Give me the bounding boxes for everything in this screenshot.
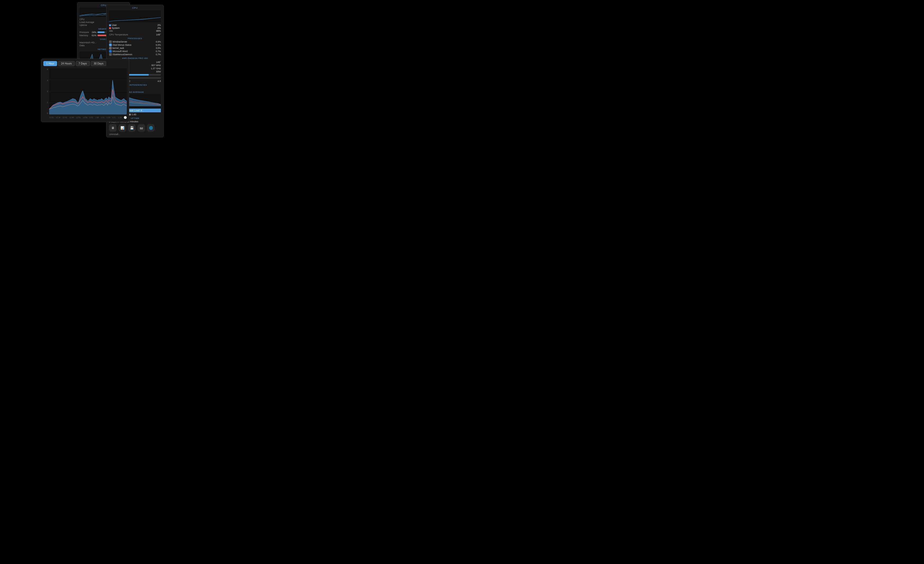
proc-icon-1	[109, 44, 112, 46]
proc-row-1: iStat Menus Status 6.0%	[109, 44, 161, 46]
x-label-5: 12:56	[82, 117, 87, 119]
user-legend: User	[109, 24, 117, 26]
idle-label: Idle	[109, 30, 113, 32]
bottom-chart-panel: 1 Hour 24 Hours 7 Days 30 Days 4 3 2 1 0	[41, 59, 129, 122]
x-label-11: 1:26	[118, 117, 122, 119]
user-dot	[109, 24, 111, 26]
disk-label-1: Data	[80, 44, 95, 47]
cpu-idle-row: Idle 96%	[109, 30, 161, 32]
chart-x-labels: 12:31 12:36 12:41 12:46 12:51 12:56 1:01…	[49, 115, 127, 120]
disk-label-0: Macintosh HD...	[80, 41, 96, 44]
peak-load-label: Peak Load: 4	[128, 109, 142, 112]
cpu-temp-value: 149°	[156, 33, 161, 36]
proc-row-3: Microsoft Word 0.7%	[109, 50, 161, 53]
x-label-3: 12:46	[69, 117, 74, 119]
y-label-0: 0	[44, 112, 48, 114]
gpu-temp-value: 149°	[156, 61, 161, 63]
tab-24-hours[interactable]: 24 Hours	[58, 61, 75, 66]
proc-pct-2: 3.0%	[156, 47, 161, 50]
user-value: 2%	[158, 24, 161, 26]
y-label-3: 3	[44, 79, 48, 82]
y-label-2: 2	[44, 90, 48, 93]
pressure-pct: 24%	[91, 31, 96, 33]
x-label-7: 1:06	[95, 117, 99, 119]
memory-label: Memory	[80, 34, 90, 37]
right-panel-title: CPU	[109, 7, 161, 9]
x-label-4: 12:51	[76, 117, 81, 119]
pressure-label: Pressure	[80, 31, 90, 33]
app-icon-4[interactable]: 🌐	[147, 124, 154, 132]
chart-svg	[49, 68, 127, 114]
y-label-1: 1	[44, 101, 48, 104]
proc-pct-0: 6.6%	[156, 41, 161, 43]
processes-divider: PROCESSES	[109, 37, 161, 40]
proc-name-1: iStat Menus Status	[109, 44, 131, 46]
app-icons: 🖥 📊 💾 🖴 🌐	[109, 124, 161, 132]
load-value-2: 1.43	[132, 113, 136, 116]
x-label-8: 1:11	[101, 117, 105, 119]
cpu-temp-label: CPU Temperature	[109, 33, 128, 36]
system-label: System	[112, 27, 120, 29]
cpu-system-row: System 2%	[109, 27, 161, 29]
proc-name-2: kernel_task	[109, 47, 124, 50]
x-label-2: 12:41	[63, 117, 68, 119]
app-icon-1[interactable]: 📊	[118, 124, 126, 132]
cpu-temp-row: CPU Temperature 149°	[109, 33, 161, 36]
proc-pct-1: 6.0%	[156, 44, 161, 46]
proc-row-4: iStatMenusDaemon 0.7%	[109, 53, 161, 56]
processes-section: WindowServer 6.6% iStat Menus Status 6.0…	[109, 41, 161, 56]
x-label-6: 1:01	[90, 117, 93, 119]
uptime-label: Uptime	[80, 24, 87, 26]
tab-1-hour[interactable]: 1 Hour	[44, 61, 57, 66]
x-label-9: 1:16	[106, 117, 110, 119]
chart-y-labels: 4 3 2 1 0	[44, 68, 48, 114]
app-icon-2[interactable]: 💾	[128, 124, 135, 132]
pressure-bar-fill	[98, 32, 105, 33]
fps-value: 4.8	[158, 80, 161, 83]
system-legend: System	[109, 27, 120, 29]
cpu-user-row: User 2%	[109, 24, 161, 26]
proc-name-4: iStatMenusDaemon	[109, 53, 132, 56]
uninstall-link[interactable]: Uninstall...	[109, 133, 161, 135]
proc-pct-3: 0.7%	[156, 50, 161, 53]
tab-30-days[interactable]: 30 Days	[91, 61, 106, 66]
proc-name-3: Microsoft Word	[109, 50, 128, 53]
chart-area	[49, 68, 127, 114]
gpu-mem-clock-value: 1.27 GHz	[151, 67, 161, 70]
proc-pct-4: 0.7%	[156, 53, 161, 56]
cpu-graph-large	[109, 10, 161, 22]
proc-icon-2	[109, 47, 112, 50]
load-avg-label: Load Average	[80, 21, 94, 24]
time-tabs: 1 Hour 24 Hours 7 Days 30 Days	[44, 61, 127, 66]
clock-icon: 🕐	[124, 116, 127, 119]
system-dot	[109, 27, 111, 29]
proc-icon-0	[109, 41, 112, 43]
load-legend-2: 1.43	[129, 113, 136, 116]
user-label: User	[112, 24, 117, 26]
proc-row-0: WindowServer 6.6%	[109, 41, 161, 43]
memory-pct: 61%	[91, 34, 96, 37]
proc-row-2: kernel_task 3.0%	[109, 47, 161, 50]
tab-7-days[interactable]: 7 Days	[76, 61, 90, 66]
idle-value: 96%	[156, 30, 161, 32]
gpu-core-value: 907 MHz	[152, 64, 161, 66]
gpu-power-value: 33W	[156, 70, 161, 73]
x-label-0: 12:31	[49, 117, 54, 119]
proc-icon-4	[109, 53, 112, 56]
svg-rect-2	[109, 10, 161, 22]
cpu-label: CPU	[80, 18, 84, 21]
proc-icon-3	[109, 50, 112, 53]
app-icon-3[interactable]: 🖴	[138, 124, 145, 132]
x-label-1: 12:36	[56, 117, 60, 119]
system-value: 2%	[158, 27, 161, 29]
load-dot-2	[129, 114, 131, 116]
y-label-4: 4	[44, 68, 48, 71]
load-chart-container: 4 3 2 1 0	[44, 68, 127, 120]
x-label-10: 1:21	[112, 117, 116, 119]
proc-name-0: WindowServer	[109, 41, 127, 43]
app-icon-0[interactable]: 🖥	[109, 124, 117, 132]
